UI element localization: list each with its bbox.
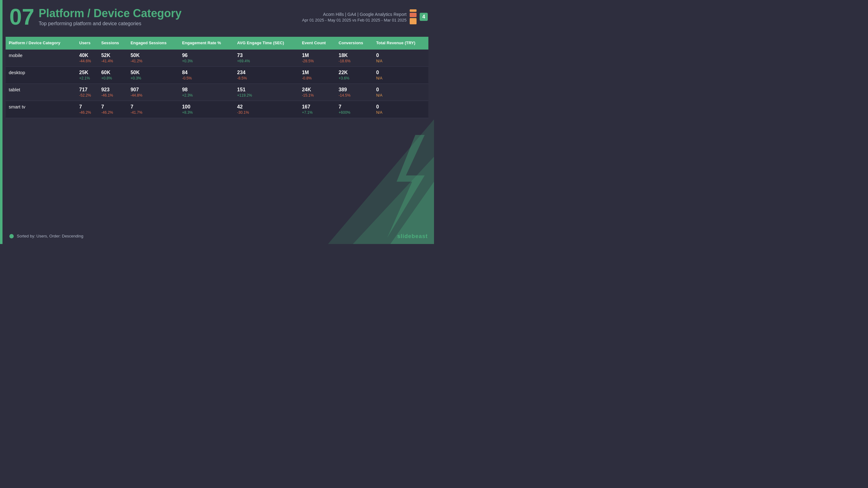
page-subtitle: Top performing platform and device categ… xyxy=(39,21,182,27)
page-title: Platform / Device Category xyxy=(39,7,182,20)
footer: Sorted by: Users, Order: Descending xyxy=(9,234,83,238)
cell-value: 22K xyxy=(339,70,370,75)
table-cell: 717-52.2% xyxy=(76,84,98,101)
col-engagement-rate: Engagement Rate % xyxy=(179,37,234,50)
cell-value: 100 xyxy=(182,104,231,110)
bar-short xyxy=(410,18,416,24)
row-label: tablet xyxy=(6,84,76,101)
header: 07 Platform / Device Category Top perfor… xyxy=(0,0,434,34)
table-cell: 96+0.3% xyxy=(179,50,234,67)
cell-value: 1M xyxy=(302,53,332,58)
cell-value: 96 xyxy=(182,53,231,58)
table-row: desktop25K+2.1%60K+0.8%50K+0.3%84-0.5%23… xyxy=(6,66,428,84)
report-title: Acorn Hills | GA4 | Google Analytics Rep… xyxy=(302,11,407,18)
cell-change: -46.2% xyxy=(101,110,124,115)
table-cell: 60K+0.8% xyxy=(98,66,127,84)
cell-change: +2.1% xyxy=(79,76,95,80)
footer-dot xyxy=(9,234,14,238)
decorative-shape xyxy=(328,119,434,244)
cell-change: -15.1% xyxy=(302,93,332,98)
cell-change: -8.5% xyxy=(237,76,296,80)
cell-change: +69.4% xyxy=(237,59,296,63)
table-cell: 98+2.3% xyxy=(179,84,234,101)
cell-value: 98 xyxy=(182,87,231,93)
cell-value: 40K xyxy=(79,53,95,58)
col-avg-engage-time: AVG Engage Time (SEC) xyxy=(234,37,299,50)
cell-value: 73 xyxy=(237,53,296,58)
cell-value: 0 xyxy=(376,53,425,58)
svg-marker-0 xyxy=(387,135,425,238)
cell-value: 25K xyxy=(79,70,95,75)
header-title-block: Platform / Device Category Top performin… xyxy=(39,7,182,27)
table-cell: 24K-15.1% xyxy=(299,84,336,101)
table-row: mobile40K-44.6%52K-41.4%50K-41.2%96+0.3%… xyxy=(6,50,428,67)
col-sessions: Sessions xyxy=(98,37,127,50)
table-cell: 73+69.4% xyxy=(234,50,299,67)
cell-value: 7 xyxy=(339,104,370,110)
cell-change: -14.5% xyxy=(339,93,370,98)
cell-change: +2.3% xyxy=(182,93,231,98)
cell-change: +7.1% xyxy=(302,110,332,115)
col-event-count: Event Count xyxy=(299,37,336,50)
cell-value: 52K xyxy=(101,53,124,58)
cell-change: -0.5% xyxy=(182,76,231,80)
table-cell: 52K-41.4% xyxy=(98,50,127,67)
cell-change: +0.3% xyxy=(131,76,176,80)
cell-change: -0.8% xyxy=(302,76,332,80)
col-total-revenue: Total Revenue (TRY) xyxy=(373,37,428,50)
cell-value: 1M xyxy=(302,70,332,75)
cell-value: 0 xyxy=(376,87,425,93)
cell-value: 234 xyxy=(237,70,296,75)
bar-tall xyxy=(410,9,416,12)
cell-value: 923 xyxy=(101,87,124,93)
cell-value: 167 xyxy=(302,104,332,110)
header-right-wrapper: Acorn Hills | GA4 | Google Analytics Rep… xyxy=(302,9,428,24)
col-users: Users xyxy=(76,37,98,50)
cell-value: 7 xyxy=(131,104,176,110)
table-cell: 18K-18.6% xyxy=(336,50,373,67)
table-cell: 234-8.5% xyxy=(234,66,299,84)
cell-value: 389 xyxy=(339,87,370,93)
cell-change: N/A xyxy=(376,93,425,98)
page-number: 07 xyxy=(9,6,34,28)
table-cell: 22K+3.6% xyxy=(336,66,373,84)
col-platform: Platform / Device Category xyxy=(6,37,76,50)
table-cell: 923-46.1% xyxy=(98,84,127,101)
page-badge: 4 xyxy=(420,13,428,21)
table-cell: 25K+2.1% xyxy=(76,66,98,84)
cell-change: -28.5% xyxy=(302,59,332,63)
cell-change: -46.2% xyxy=(79,110,95,115)
cell-value: 18K xyxy=(339,53,370,58)
table-cell: 1M-0.8% xyxy=(299,66,336,84)
table-cell: 7+600% xyxy=(336,101,373,118)
footer-sort-label: Sorted by: Users, Order: Descending xyxy=(17,234,83,238)
table-cell: 0N/A xyxy=(373,84,428,101)
table-cell: 907-44.8% xyxy=(127,84,179,101)
table-cell: 50K-41.2% xyxy=(127,50,179,67)
col-engaged-sessions: Engaged Sessions xyxy=(127,37,179,50)
row-label: smart tv xyxy=(6,101,76,118)
cell-change: -30.1% xyxy=(237,110,296,115)
report-dates: Apr 01 2025 - May 01 2025 vs Feb 01 2025… xyxy=(302,18,407,23)
table-cell: 7-46.2% xyxy=(98,101,127,118)
cell-change: +600% xyxy=(339,110,370,115)
table-cell: 0N/A xyxy=(373,101,428,118)
cell-value: 0 xyxy=(376,70,425,75)
cell-change: +119.2% xyxy=(237,93,296,98)
table-cell: 7-46.2% xyxy=(76,101,98,118)
table-cell: 84-0.5% xyxy=(179,66,234,84)
cell-change: +0.3% xyxy=(182,59,231,63)
table-row: smart tv7-46.2%7-46.2%7-41.7%100+8.3%42-… xyxy=(6,101,428,118)
header-row: Platform / Device Category Users Session… xyxy=(6,37,428,50)
cell-value: 907 xyxy=(131,87,176,93)
cell-value: 50K xyxy=(131,53,176,58)
cell-value: 60K xyxy=(101,70,124,75)
cell-value: 0 xyxy=(376,104,425,110)
cell-change: +8.3% xyxy=(182,110,231,115)
header-right: Acorn Hills | GA4 | Google Analytics Rep… xyxy=(302,11,407,23)
cell-change: -41.4% xyxy=(101,59,124,63)
table-header: Platform / Device Category Users Session… xyxy=(6,37,428,50)
cell-change: -52.2% xyxy=(79,93,95,98)
bar-medium xyxy=(410,13,416,17)
table-row: tablet717-52.2%923-46.1%907-44.8%98+2.3%… xyxy=(6,84,428,101)
